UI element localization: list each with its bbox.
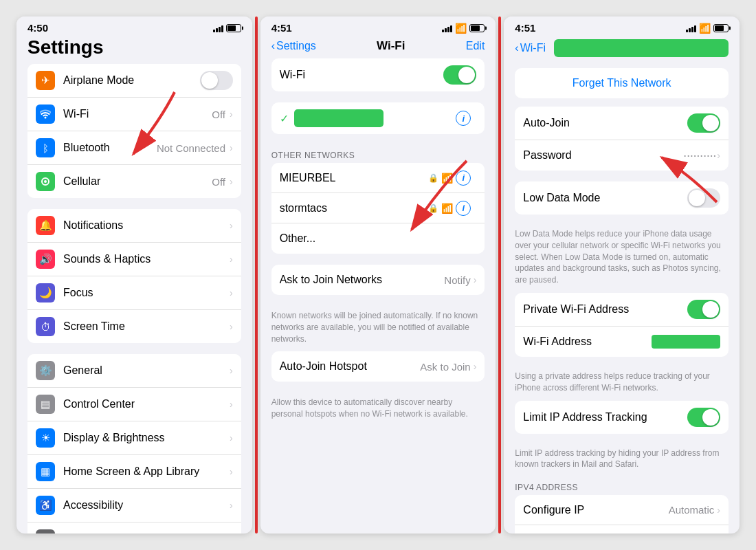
- forget-network-button[interactable]: Forget This Network: [515, 68, 729, 98]
- info-button-stormtacs[interactable]: i: [456, 201, 471, 216]
- limit-ip-label: Limit IP Address Tracking: [523, 411, 687, 424]
- wifi-status-icon-3: 📶: [699, 23, 711, 34]
- general-chevron: ›: [230, 365, 233, 376]
- divider-2: [498, 16, 501, 534]
- other-networks-header: OTHER NETWORKS: [260, 145, 496, 163]
- info-button-mieurbel[interactable]: i: [456, 170, 471, 186]
- settings-item-focus[interactable]: 🌙 Focus ›: [27, 276, 241, 310]
- low-data-row[interactable]: Low Data Mode: [515, 182, 729, 214]
- edit-button[interactable]: Edit: [466, 40, 485, 52]
- nav-back-settings[interactable]: ‹ Settings: [271, 40, 316, 52]
- wifi-toggle[interactable]: [443, 65, 476, 85]
- network-item-other[interactable]: Other...: [271, 223, 485, 254]
- wifi-status-icon: 📶: [455, 23, 467, 34]
- network-settings-group: Auto-Join Password •••••••••• ›: [515, 107, 729, 170]
- settings-item-accessibility[interactable]: ♿ Accessibility ›: [27, 489, 241, 522]
- status-bar-3: 4:51 📶: [504, 16, 740, 36]
- main-container: 4:50 Settings ✈ Airplane Mode: [14, 14, 742, 536]
- ipv4-group: Configure IP Automatic › IP Address: [515, 495, 729, 534]
- network-item-stormtacs[interactable]: stormtacs 🔒 📶 i: [271, 193, 485, 223]
- bluetooth-label: Bluetooth: [63, 142, 157, 154]
- password-dots: ••••••••••: [684, 153, 717, 159]
- battery-icon-3: [713, 24, 729, 32]
- limit-ip-row[interactable]: Limit IP Address Tracking: [515, 401, 729, 434]
- settings-group-connectivity: ✈ Airplane Mode Wi-: [27, 64, 241, 198]
- settings-item-wifi[interactable]: Wi-Fi Off ›: [27, 98, 241, 131]
- wifi-icon: [36, 104, 55, 124]
- configure-ip-value: Automatic: [669, 504, 715, 516]
- wifi-signal-stormtacs: 📶: [441, 203, 453, 214]
- status-bar-1: 4:50: [16, 16, 252, 36]
- notifications-label: Notifications: [63, 219, 230, 232]
- password-row[interactable]: Password •••••••••• ›: [515, 140, 729, 170]
- limit-ip-toggle[interactable]: [687, 408, 720, 427]
- network-item-mieurbel[interactable]: MIEURBEL 🔒 📶 i: [271, 163, 485, 193]
- private-wifi-row[interactable]: Private Wi-Fi Address: [515, 293, 729, 327]
- wifi-label: Wi-Fi: [63, 108, 212, 120]
- settings-item-homescreen[interactable]: ▦ Home Screen & App Library ›: [27, 455, 241, 489]
- wifi-signal-mieurbel: 📶: [441, 173, 453, 184]
- ask-join-item[interactable]: Ask to Join Networks Notify ›: [271, 265, 485, 295]
- homescreen-icon: ▦: [36, 462, 55, 481]
- wifi-address-label: Wi-Fi Address: [523, 336, 652, 348]
- settings-item-controlcenter[interactable]: ▤ Control Center ›: [27, 388, 241, 421]
- ip-address-row[interactable]: IP Address: [515, 525, 729, 534]
- settings-item-screentime[interactable]: ⏱ Screen Time ›: [27, 310, 241, 343]
- airplane-icon: ✈: [36, 71, 55, 90]
- divider-1: [255, 16, 258, 534]
- wifi-address-row[interactable]: Wi-Fi Address: [515, 327, 729, 357]
- network-name-bar: [554, 39, 729, 57]
- settings-item-display[interactable]: ☀ Display & Brightness ›: [27, 421, 241, 455]
- connected-network-icons: i: [456, 111, 471, 126]
- password-chevron: ›: [717, 150, 720, 161]
- auto-join-detail-label: Auto-Join: [523, 117, 687, 129]
- settings-item-airplane[interactable]: ✈ Airplane Mode: [27, 64, 241, 98]
- wifi-toggle-item[interactable]: Wi-Fi: [271, 58, 485, 91]
- status-icons-2: 📶: [442, 23, 485, 34]
- settings-item-general[interactable]: ⚙️ General ›: [27, 354, 241, 388]
- auto-join-desc: Allow this device to automatically disco…: [260, 393, 496, 427]
- low-data-toggle[interactable]: [687, 188, 720, 208]
- airplane-toggle[interactable]: [200, 71, 233, 90]
- battery-icon-1: [226, 24, 241, 32]
- signal-icon-1: [213, 24, 223, 32]
- network-detail-nav: ‹ Wi-Fi: [504, 36, 740, 63]
- low-data-label: Low Data Mode: [523, 192, 687, 204]
- focus-icon: 🌙: [36, 283, 55, 302]
- display-label: Display & Brightness: [63, 432, 230, 444]
- time-2: 4:51: [271, 22, 292, 34]
- network-name-mieurbel: MIEURBEL: [280, 172, 429, 184]
- private-wifi-toggle[interactable]: [687, 300, 720, 319]
- connected-network-item[interactable]: ✓ i: [271, 102, 485, 134]
- wifi-value: Off: [212, 109, 225, 120]
- privacy-group: Private Wi-Fi Address Wi-Fi Address: [515, 293, 729, 357]
- bluetooth-value: Not Connected: [157, 142, 225, 154]
- password-label: Password: [523, 149, 684, 162]
- settings-item-bluetooth[interactable]: ᛒ Bluetooth Not Connected ›: [27, 131, 241, 165]
- settings-group-display: ⚙️ General › ▤ Control Center › ☀ Displa…: [27, 354, 241, 534]
- auto-join-item[interactable]: Auto-Join Hotspot Ask to Join ›: [271, 351, 485, 382]
- general-icon: ⚙️: [36, 361, 55, 380]
- info-button-connected[interactable]: i: [456, 111, 471, 126]
- auto-join-row[interactable]: Auto-Join: [515, 107, 729, 140]
- settings-item-wallpaper[interactable]: 🖼 Wallpaper ›: [27, 522, 241, 534]
- wifi-toggle-label: Wi-Fi: [280, 69, 444, 81]
- display-chevron: ›: [230, 432, 233, 443]
- ask-join-label: Ask to Join Networks: [280, 274, 445, 286]
- mieurbel-icons: 🔒 📶 i: [428, 170, 471, 186]
- ask-join-chevron: ›: [474, 274, 477, 285]
- settings-item-notifications[interactable]: 🔔 Notifications ›: [27, 209, 241, 243]
- cellular-icon: [36, 172, 55, 191]
- controlcenter-chevron: ›: [230, 399, 233, 410]
- limit-ip-group: Limit IP Address Tracking: [515, 401, 729, 434]
- settings-item-sounds[interactable]: 🔊 Sounds & Haptics ›: [27, 243, 241, 276]
- settings-group-notifications: 🔔 Notifications › 🔊 Sounds & Haptics › 🌙…: [27, 209, 241, 343]
- auto-join-detail-toggle[interactable]: [687, 113, 720, 133]
- ask-join-group: Ask to Join Networks Notify ›: [271, 265, 485, 295]
- sounds-label: Sounds & Haptics: [63, 253, 230, 265]
- settings-item-cellular[interactable]: Cellular Off ›: [27, 165, 241, 198]
- nav-back-wifi[interactable]: ‹ Wi-Fi: [515, 42, 546, 54]
- focus-chevron: ›: [230, 287, 233, 298]
- configure-ip-row[interactable]: Configure IP Automatic ›: [515, 495, 729, 525]
- status-icons-3: 📶: [686, 23, 729, 34]
